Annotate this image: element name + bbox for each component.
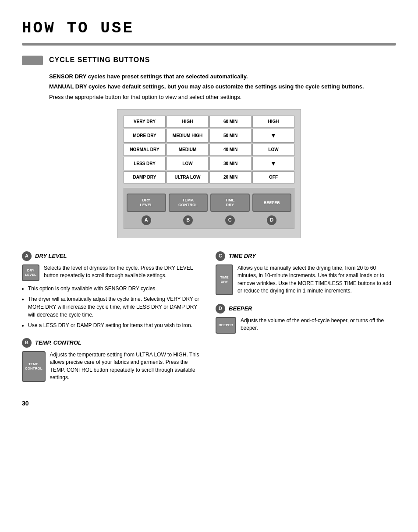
btn-very-dry[interactable]: VERY DRY [124,116,166,128]
feature-d: D BEEPER BEEPER Adjusts the volume of th… [216,304,396,334]
feature-a-btn[interactable]: DRYLEVEL [22,264,39,281]
ctrl-btn-beeper[interactable]: BEEPER [252,194,292,212]
feature-a-header: A DRY LEVEL [22,251,202,261]
ctrl-btn-dry-level[interactable]: DRYLEVEL [127,194,166,212]
control-panel: DRYLEVEL TEMP.CONTROL TIMEDRY BEEPER A B… [124,188,294,229]
feature-b: B TEMP. CONTROL TEMP.CONTROL Adjusts the… [22,338,202,382]
feature-b-desc: Adjusts the temperature setting from ULT… [50,351,202,382]
btn-normal-dry[interactable]: NORMAL DRY [124,144,166,156]
btn-medium[interactable]: MEDIUM [166,144,209,156]
feature-c-body: TIMEDRY Allows you to manually select th… [216,264,396,295]
feature-c-header: C TIME DRY [216,251,396,261]
bullet-a-2: The dryer will automatically adjust the … [28,295,202,319]
intro-text: SENSOR DRY cycles have preset settings t… [49,72,396,102]
page-title: HOW TO USE [22,18,396,39]
feature-d-desc: Adjusts the volume of the end-of-cycle b… [241,317,396,334]
btn-damp-dry[interactable]: DAMP DRY [124,171,166,183]
main-columns: A DRY LEVEL DRYLEVEL Selects the level o… [22,251,396,391]
feature-a-body: DRYLEVEL Selects the level of dryness fo… [22,264,202,281]
feature-c: C TIME DRY TIMEDRY Allows you to manuall… [216,251,396,295]
btn-less-dry[interactable]: LESS DRY [124,157,166,171]
btn-40min[interactable]: 40 MIN [209,144,252,156]
section-header-bar [22,56,43,65]
feature-d-header: D BEEPER [216,304,396,314]
feature-b-header: B TEMP. CONTROL [22,338,202,348]
btn-more-dry[interactable]: MORE DRY [124,129,166,143]
right-column: C TIME DRY TIMEDRY Allows you to manuall… [216,251,396,391]
feature-d-body: BEEPER Adjusts the volume of the end-of-… [216,317,396,334]
feature-a-title: DRY LEVEL [35,252,67,260]
ctrl-btn-temp-control[interactable]: TEMP.CONTROL [169,194,208,212]
feature-c-title: TIME DRY [229,252,256,260]
btn-50min[interactable]: 50 MIN [209,129,252,143]
badge-a-inline: A [22,251,32,261]
bullet-a-1: This option is only available with SENSO… [28,285,202,292]
title-underline [22,43,396,46]
control-buttons-row: DRYLEVEL TEMP.CONTROL TIMEDRY BEEPER [127,194,291,212]
btn-ultra-low[interactable]: ULTRA LOW [166,171,209,183]
badge-c-inline: C [216,251,225,261]
btn-low[interactable]: LOW [166,157,209,171]
btn-beeper-low[interactable]: LOW [252,144,294,156]
feature-b-body: TEMP.CONTROL Adjusts the temperature set… [22,351,202,382]
feature-c-desc: Allows you to manually select the drying… [237,264,396,295]
feature-a-desc: Selects the level of dryness for the cyc… [44,264,202,281]
btn-beeper-arrow2[interactable]: ▼ [252,157,294,171]
feature-d-title: BEEPER [229,305,252,313]
badge-d: D [267,215,276,225]
bullet-a-3: Use a LESS DRY or DAMP DRY setting for i… [28,321,202,329]
btn-60min[interactable]: 60 MIN [209,116,252,128]
left-column: A DRY LEVEL DRYLEVEL Selects the level o… [22,251,202,391]
feature-a: A DRY LEVEL DRYLEVEL Selects the level o… [22,251,202,329]
btn-medium-high[interactable]: MEDIUM HIGH [166,129,209,143]
page-number: 30 [22,399,396,408]
badge-b: B [183,215,193,225]
badge-d-inline: D [216,304,225,314]
btn-20min[interactable]: 20 MIN [209,171,252,183]
feature-a-bullets: This option is only available with SENSO… [28,285,202,329]
feature-c-btn[interactable]: TIMEDRY [216,264,233,295]
btn-high-temp[interactable]: HIGH [166,116,209,128]
feature-d-btn[interactable]: BEEPER [216,317,236,334]
feature-b-title: TEMP. CONTROL [35,339,81,347]
section-title: CYCLE SETTING BUTTONS [49,55,150,65]
circle-row: A B C D [127,215,291,225]
btn-beeper-high[interactable]: HIGH [252,116,294,128]
badge-a: A [142,215,151,225]
section-header: CYCLE SETTING BUTTONS [22,55,396,65]
diagram-container: VERY DRY HIGH 60 MIN HIGH MORE DRY MEDIU… [117,109,301,238]
btn-beeper-arrow1[interactable]: ▼ [252,129,294,143]
badge-c: C [225,215,235,225]
badge-b-inline: B [22,338,32,348]
button-grid: VERY DRY HIGH 60 MIN HIGH MORE DRY MEDIU… [124,116,294,183]
btn-beeper-off[interactable]: OFF [252,171,294,183]
feature-b-btn[interactable]: TEMP.CONTROL [22,351,46,382]
btn-30min[interactable]: 30 MIN [209,157,252,171]
diagram-wrapper: VERY DRY HIGH 60 MIN HIGH MORE DRY MEDIU… [22,109,396,238]
ctrl-btn-time-dry[interactable]: TIMEDRY [210,194,250,212]
